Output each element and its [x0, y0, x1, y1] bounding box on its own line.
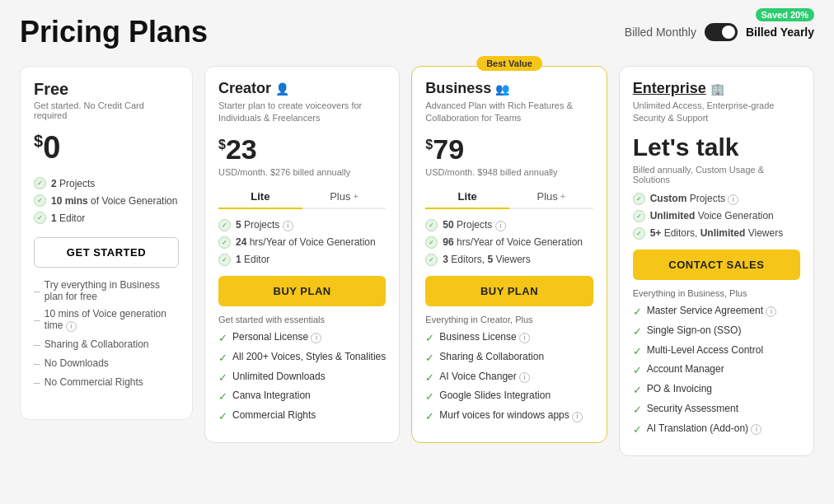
business-spec-projects: ✓ 50 Projects i [425, 219, 593, 231]
check-icon: ✓ [425, 236, 438, 249]
enterprise-spec-projects: ✓ Custom Projects i [633, 193, 800, 205]
business-tab-lite[interactable]: Lite [425, 185, 509, 209]
creator-buy-button[interactable]: BUY PLAN [218, 276, 386, 306]
check-icon: ✓ [425, 254, 438, 266]
business-spec-voice: ✓ 96 hrs/Year of Voice Generation [425, 236, 593, 249]
check-icon: ✓ [633, 210, 645, 222]
free-feature-editor: ✓ 1 Editor [34, 212, 179, 224]
creator-spec-projects: ✓ 5 Projects i [218, 219, 386, 231]
enterprise-plan-card: Enterprise 🏢 Unlimited Access, Enterpris… [619, 66, 814, 456]
creator-spec-editor: ✓ 1 Editor [218, 254, 386, 266]
toggle-knob [722, 26, 735, 39]
creator-tab-plus[interactable]: Plus + [302, 185, 387, 208]
free-extra-voice-time: – 10 mins of Voice generation time i [34, 308, 179, 332]
business-plan-card: Best Value Business 👥 Advanced Plan with… [411, 66, 607, 443]
enterprise-feature-sso: ✓Single Sign-on (SSO) [633, 324, 800, 339]
creator-price-meta: USD/month. $276 billed annually [218, 167, 386, 177]
check-icon: ✓ [633, 193, 645, 205]
page-title: Pricing Plans [20, 15, 208, 49]
creator-feature-commercial: ✓Commercial Rights [218, 409, 386, 424]
business-price-meta: USD/month. $948 billed annually [425, 167, 593, 177]
enterprise-plan-name: Enterprise [633, 80, 706, 97]
creator-feature-license: ✓Personal License i [218, 331, 386, 346]
billing-toggle-switch[interactable] [705, 23, 738, 41]
creator-features-intro: Get started with essentials [218, 315, 386, 324]
check-icon: ✓ [218, 254, 231, 266]
info-icon: i [519, 372, 530, 383]
business-feature-license: ✓Business License i [425, 331, 593, 346]
free-extra-business-trial: – Try everything in Business plan for fr… [34, 279, 179, 302]
business-plan-price: $79 [425, 133, 593, 166]
business-name-row: Business 👥 [425, 80, 593, 97]
enterprise-specs-list: ✓ Custom Projects i ✓ Unlimited Voice Ge… [633, 193, 800, 240]
business-features-intro: Everything in Creator, Plus [425, 315, 593, 324]
billing-yearly-label: Saved 20% Billed Yearly [746, 26, 814, 39]
check-icon: ✓ [218, 236, 231, 249]
creator-feature-voices: ✓All 200+ Voices, Styles & Tonalities [218, 351, 386, 366]
creator-plan-tabs: Lite Plus + [218, 185, 386, 209]
enterprise-feature-msa: ✓Master Service Agreement i [633, 305, 800, 320]
business-feature-sharing: ✓Sharing & Collaboration [425, 351, 593, 366]
business-plan-tabs: Lite Plus + [425, 185, 593, 209]
free-extra-commercial: – No Commercial Rights [34, 376, 179, 389]
free-plan-subtitle: Get started. No Credit Card required [34, 100, 179, 120]
check-icon: ✓ [34, 194, 46, 207]
info-icon: i [572, 412, 583, 422]
business-buy-button[interactable]: BUY PLAN [425, 276, 593, 306]
info-icon: i [766, 306, 776, 317]
free-extras-list: – Try everything in Business plan for fr… [34, 279, 179, 389]
creator-plan-card: Creator 👤 Starter plan to create voiceov… [204, 66, 400, 443]
info-icon: i [519, 333, 530, 343]
creator-plan-price: $23 [218, 133, 386, 166]
enterprise-feature-account-manager: ✓Account Manager [633, 363, 800, 378]
enterprise-feature-translation: ✓AI Translation (Add-on) i [633, 422, 800, 437]
creator-feature-list: ✓Personal License i ✓All 200+ Voices, St… [218, 331, 386, 424]
info-icon: i [66, 321, 77, 332]
info-icon: i [283, 221, 293, 231]
best-value-badge: Best Value [476, 56, 542, 71]
info-icon: i [728, 194, 738, 205]
enterprise-spec-editors: ✓ 5+ Editors, Unlimited Viewers [633, 227, 800, 240]
creator-specs-list: ✓ 5 Projects i ✓ 24 hrs/Year of Voice Ge… [218, 219, 386, 266]
business-feature-voice-changer: ✓AI Voice Changer i [425, 371, 593, 385]
free-plan-card: Free Get started. No Credit Card require… [20, 66, 193, 420]
free-get-started-button[interactable]: GET STARTED [34, 237, 179, 268]
business-tab-plus[interactable]: Plus + [509, 185, 593, 208]
enterprise-price-display: Let's talk [633, 133, 800, 161]
free-extra-sharing: – Sharing & Collaboration [34, 338, 179, 351]
free-plan-price: $0 [34, 130, 179, 166]
creator-tab-lite[interactable]: Lite [218, 185, 302, 209]
free-plan-name: Free [34, 80, 179, 99]
enterprise-plan-icon: 🏢 [710, 82, 724, 96]
free-feature-projects: ✓ 2 Projects [34, 177, 179, 189]
free-features-list: ✓ 2 Projects ✓ 10 mins of Voice Generati… [34, 177, 179, 224]
billing-monthly-label: Billed Monthly [625, 26, 696, 39]
creator-plan-desc: Starter plan to create voiceovers for In… [218, 100, 386, 125]
business-plan-desc: Advanced Plan with Rich Features & Colla… [425, 100, 593, 125]
business-feature-list: ✓Business License i ✓Sharing & Collabora… [425, 331, 593, 424]
check-icon: ✓ [34, 212, 46, 224]
enterprise-features-intro: Everything in Business, Plus [633, 288, 800, 298]
enterprise-spec-voice: ✓ Unlimited Voice Generation [633, 210, 800, 222]
business-spec-editors: ✓ 3 Editors, 5 Viewers [425, 254, 593, 266]
check-icon: ✓ [633, 227, 645, 240]
info-icon: i [751, 424, 761, 435]
business-plan-icon: 👥 [495, 82, 509, 96]
free-feature-voice: ✓ 10 mins of Voice Generation [34, 194, 179, 207]
business-specs-list: ✓ 50 Projects i ✓ 96 hrs/Year of Voice G… [425, 219, 593, 266]
enterprise-plan-desc: Unlimited Access, Enterprise-grade Secur… [633, 100, 800, 125]
billing-toggle: Billed Monthly Saved 20% Billed Yearly [625, 23, 814, 41]
creator-plan-icon: 👤 [275, 82, 289, 96]
creator-feature-downloads: ✓Unlimited Downloads [218, 371, 386, 385]
enterprise-contact-button[interactable]: CONTACT SALES [633, 250, 800, 280]
plans-grid: Free Get started. No Credit Card require… [20, 66, 814, 456]
check-icon: ✓ [425, 219, 438, 231]
enterprise-price-meta: Billed annually, Custom Usage & Solution… [633, 165, 800, 184]
business-plan-name: Business [425, 80, 491, 97]
info-icon: i [311, 333, 321, 343]
enterprise-feature-po: ✓PO & Invoicing [633, 383, 800, 398]
enterprise-feature-access: ✓Multi-Level Access Control [633, 344, 800, 359]
free-extra-downloads: – No Downloads [34, 357, 179, 370]
page-header: Pricing Plans Billed Monthly Saved 20% B… [20, 15, 814, 49]
enterprise-feature-list: ✓Master Service Agreement i ✓Single Sign… [633, 305, 800, 437]
